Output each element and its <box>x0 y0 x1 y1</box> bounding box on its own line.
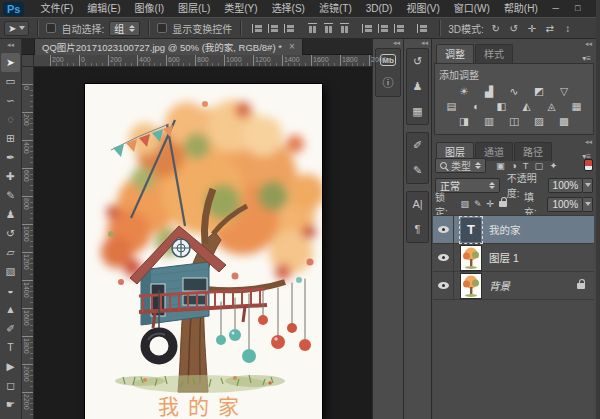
document-tab[interactable]: QQ图片20171023100727.jpg @ 50% (我的家, RGB/8… <box>34 39 303 55</box>
collapse-tools-icon[interactable]: ◂◂ <box>0 41 21 49</box>
menu-view[interactable]: 视图(V) <box>399 0 446 17</box>
tool-type[interactable]: T <box>1 338 20 357</box>
auto-select-target-dropdown[interactable]: 组 <box>109 21 140 36</box>
menu-image[interactable]: 图像(I) <box>128 0 171 17</box>
menu-select[interactable]: 选择(S) <box>265 0 312 17</box>
clone-source-icon[interactable]: ♟ <box>409 79 427 94</box>
tool-quick-selection[interactable]: ◌ <box>1 110 20 129</box>
distribute-left-icon[interactable] <box>361 23 374 34</box>
brightness-contrast-icon[interactable]: ☀ <box>456 85 473 98</box>
brush-presets-icon[interactable]: ✎ <box>409 163 427 178</box>
channel-mixer-icon[interactable]: ◬ <box>543 100 560 113</box>
layer-row-background[interactable]: 背景 <box>433 272 594 300</box>
align-bottom-icon[interactable] <box>339 22 350 35</box>
tool-hand[interactable]: ☛ <box>1 395 20 414</box>
color-lookup-icon[interactable]: ▦ <box>568 100 585 113</box>
align-right-icon[interactable] <box>283 23 296 34</box>
align-center-horizontal-icon[interactable] <box>267 23 280 34</box>
filter-smart-objects-icon[interactable]: ✦ <box>550 160 558 171</box>
opacity-field[interactable]: 100% <box>548 178 584 193</box>
selective-color-icon[interactable]: ▩ <box>556 115 573 128</box>
layer-thumbnail[interactable] <box>461 274 481 298</box>
tool-path-selection[interactable]: ▶ <box>1 357 20 376</box>
layer-thumbnail[interactable] <box>461 246 481 270</box>
tool-zoom[interactable]: ◉ <box>1 414 20 419</box>
window-close-button[interactable]: ✕ <box>589 0 600 17</box>
layer-row-layer-1[interactable]: 图层 1 <box>433 244 594 272</box>
lock-transparent-icon[interactable]: ▨ <box>460 199 469 209</box>
tool-move[interactable]: ➤ <box>1 53 20 72</box>
3d-scale-icon[interactable]: ↕ <box>561 23 575 34</box>
opacity-dropdown-button[interactable] <box>583 178 593 193</box>
paragraph-icon[interactable]: ¶ <box>409 222 427 237</box>
tool-shape[interactable]: ◻ <box>1 376 20 395</box>
vibrance-icon[interactable]: ▽ <box>556 85 573 98</box>
3d-slide-icon[interactable]: ⇄ <box>543 23 557 34</box>
menu-window[interactable]: 窗口(W) <box>447 0 497 17</box>
filter-adjustment-layers-icon[interactable]: ◑ <box>511 160 517 171</box>
posterize-icon[interactable]: ▥ <box>481 115 498 128</box>
tool-blur[interactable]: ◒ <box>1 281 20 300</box>
tool-pen[interactable]: ✐ <box>1 319 20 338</box>
layer-thumbnail[interactable]: T <box>461 218 481 242</box>
exposure-icon[interactable]: ◩ <box>531 85 548 98</box>
3d-drag-icon[interactable]: ✛ <box>525 23 539 34</box>
filter-shape-layers-icon[interactable]: ▢ <box>535 160 544 171</box>
fill-field[interactable]: 100% <box>547 197 583 212</box>
color-balance-icon[interactable]: ◐ <box>468 100 485 113</box>
3d-roll-icon[interactable]: ↺ <box>507 23 521 34</box>
tab-styles[interactable]: 样式 <box>475 44 513 63</box>
fill-dropdown-button[interactable] <box>583 197 593 212</box>
tool-brush[interactable]: ✎ <box>1 186 20 205</box>
menu-layer[interactable]: 图层(L) <box>171 0 217 17</box>
layer-row-wodejia[interactable]: T我的家 <box>433 216 594 244</box>
history-icon[interactable]: ↺ <box>409 54 427 69</box>
distribute-right-icon[interactable] <box>393 23 406 34</box>
gradient-map-icon[interactable]: ▨ <box>531 115 548 128</box>
tool-rectangular-marquee[interactable]: ▭ <box>1 72 20 91</box>
tool-presets-icon[interactable]: ✐ <box>409 138 427 153</box>
filter-type-layers-icon[interactable]: T <box>523 160 529 171</box>
tool-eyedropper[interactable]: ✒ <box>1 148 20 167</box>
layer-visibility-toggle[interactable] <box>433 244 454 271</box>
align-left-icon[interactable] <box>251 23 264 34</box>
photo-filter-icon[interactable]: ◭ <box>518 100 535 113</box>
window-minimize-button[interactable]: ─ <box>545 0 567 17</box>
curves-icon[interactable]: ∿ <box>506 85 523 98</box>
menu-3d[interactable]: 3D(D) <box>359 0 400 17</box>
layer-visibility-toggle[interactable] <box>433 216 454 243</box>
filter-type-dropdown[interactable]: 类型 <box>435 158 486 173</box>
tool-dodge[interactable]: ▲ <box>1 300 20 319</box>
character-icon[interactable]: A| <box>409 197 427 212</box>
filter-pixel-layers-icon[interactable]: ▣ <box>496 160 505 171</box>
tool-history-brush[interactable]: ↺ <box>1 224 20 243</box>
align-middle-icon[interactable] <box>323 22 334 35</box>
3d-rotate-icon[interactable]: ↻ <box>489 23 503 34</box>
panel-menu-icon[interactable]: ▾≡ <box>582 54 591 63</box>
black-white-icon[interactable]: ◧ <box>493 100 510 113</box>
collapse-dock-icon[interactable]: ◂◂ <box>404 39 431 47</box>
canvas[interactable]: 我的家 <box>85 84 322 419</box>
hue-saturation-icon[interactable]: ▤ <box>443 100 460 113</box>
window-maximize-button[interactable]: □ <box>567 0 589 17</box>
levels-icon[interactable]: ▟ <box>481 85 498 98</box>
lock-position-icon[interactable]: ✛ <box>486 199 494 209</box>
layer-visibility-toggle[interactable] <box>433 272 454 299</box>
tool-lasso[interactable]: ∽ <box>1 91 20 110</box>
tool-spot-healing-brush[interactable]: ✚ <box>1 167 20 186</box>
current-tool-preview[interactable]: ➤ <box>4 21 29 36</box>
menu-filter[interactable]: 滤镜(T) <box>312 0 359 17</box>
lock-paint-icon[interactable]: ✎ <box>474 199 482 209</box>
ruler-origin[interactable] <box>22 55 34 67</box>
threshold-icon[interactable]: ◫ <box>506 115 523 128</box>
menu-file[interactable]: 文件(F) <box>33 0 80 17</box>
tab-adjustments[interactable]: 调整 <box>436 44 474 63</box>
menu-edit[interactable]: 编辑(E) <box>80 0 127 17</box>
tool-eraser[interactable]: ▱ <box>1 243 20 262</box>
info-icon[interactable]: ⓘ <box>379 76 397 91</box>
menu-help[interactable]: 帮助(H) <box>497 0 545 17</box>
tool-gradient[interactable]: ▧ <box>1 262 20 281</box>
tab-close-icon[interactable]: × <box>289 42 295 52</box>
tool-crop[interactable]: ⊞ <box>1 129 20 148</box>
auto-align-layers-icon[interactable] <box>416 23 429 34</box>
